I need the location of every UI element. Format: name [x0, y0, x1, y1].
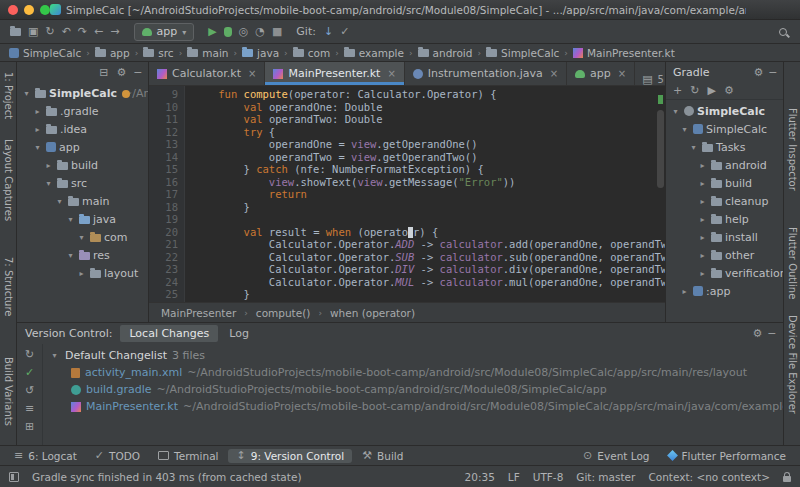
context-widget[interactable]: Context: <no context>: [648, 471, 770, 483]
editor-breadcrumb-when-operator[interactable]: when (operator): [330, 307, 415, 319]
tree-item-com[interactable]: ▾com: [17, 228, 148, 246]
code-line[interactable]: operandTwo = view.getOperandTwo(): [193, 151, 665, 164]
code-line[interactable]: return: [193, 188, 665, 201]
chevron-down-icon[interactable]: ▾: [688, 143, 699, 152]
code-line[interactable]: }: [193, 288, 665, 301]
code-area[interactable]: fun compute(operator: Calculator.Operato…: [185, 86, 665, 302]
tab-list-icon[interactable]: ▤: [642, 74, 652, 85]
rollback-icon[interactable]: ↺: [25, 385, 34, 396]
vcs-file-row-activity-main-xml[interactable]: activity_main.xml~/AndroidStudioProjects…: [49, 364, 783, 381]
collapse-all-icon[interactable]: ⊟: [99, 67, 108, 78]
chevron-down-icon[interactable]: ▾: [65, 215, 76, 224]
stop-icon[interactable]: ■: [272, 26, 282, 37]
tree-item-cleanup[interactable]: ▸cleanup: [666, 192, 783, 210]
caret-position-widget[interactable]: 20:35: [465, 471, 495, 483]
tree-item-java[interactable]: ▾java: [17, 210, 148, 228]
tree-item-app[interactable]: ▸:app: [666, 282, 783, 300]
tool-window-button-todo[interactable]: ✓TODO: [87, 449, 148, 463]
chevron-down-icon[interactable]: [49, 351, 60, 360]
vcs-commit-icon[interactable]: ✓: [25, 367, 34, 378]
redo-icon[interactable]: ↷: [78, 26, 87, 37]
close-icon[interactable]: ×: [248, 68, 256, 79]
chevron-down-icon[interactable]: ▾: [679, 125, 690, 134]
hide-icon[interactable]: ─: [768, 328, 775, 339]
minimize-window-button[interactable]: [24, 5, 34, 15]
tree-item-src[interactable]: ▾src: [17, 174, 148, 192]
tree-item-gradle[interactable]: ▸.gradle: [17, 102, 148, 120]
breadcrumb-item-android[interactable]: android: [417, 47, 474, 59]
back-icon[interactable]: ←: [94, 26, 103, 37]
editor-tab-mainpresenter-kt[interactable]: MainPresenter.kt×: [265, 62, 404, 85]
editor[interactable]: 910111213141516171819202122232425 fun co…: [149, 86, 665, 302]
editor-tab-calculator-kt[interactable]: Calculator.kt×: [149, 62, 265, 85]
tree-item-android[interactable]: ▸android: [666, 156, 783, 174]
close-icon[interactable]: ×: [387, 68, 395, 79]
vcs-file-row-mainpresenter-kt[interactable]: MainPresenter.kt~/AndroidStudioProjects/…: [49, 398, 783, 415]
editor-tab-app[interactable]: app×: [567, 62, 635, 85]
editor-gutter[interactable]: 910111213141516171819202122232425: [149, 86, 185, 302]
tree-item-tasks[interactable]: ▾Tasks: [666, 138, 783, 156]
tool-window-button-flutter-performance[interactable]: Flutter Performance: [660, 449, 795, 463]
breadcrumb-item-app[interactable]: app: [94, 47, 131, 59]
tool-window-button-layout-captures[interactable]: Layout Captures: [3, 139, 14, 221]
tool-window-button-1-project[interactable]: 1: Project: [3, 72, 14, 119]
chevron-right-icon[interactable]: ▸: [697, 269, 708, 278]
tree-item-idea[interactable]: ▸.idea: [17, 120, 148, 138]
changelist-row[interactable]: Default Changelist 3 files: [49, 347, 783, 364]
code-line[interactable]: view.showText(view.getMessage("Error")): [193, 176, 665, 189]
tree-item-help[interactable]: ▸help: [666, 210, 783, 228]
chevron-down-icon[interactable]: ▾: [54, 197, 65, 206]
code-line[interactable]: Calculator.Operator.MUL -> calculator.mu…: [193, 276, 665, 289]
chevron-right-icon[interactable]: ▸: [697, 179, 708, 188]
code-line[interactable]: Calculator.Operator.SUB -> calculator.su…: [193, 251, 665, 264]
chevron-down-icon[interactable]: ▾: [43, 179, 54, 188]
tree-item-res[interactable]: ▾res: [17, 246, 148, 264]
vcs-tab-log[interactable]: Log: [220, 325, 258, 342]
run-icon[interactable]: ▶: [208, 26, 216, 37]
tree-item-layout[interactable]: ▸layout: [17, 264, 148, 282]
breadcrumb-item-src[interactable]: src: [142, 47, 174, 59]
sync-icon[interactable]: ↻: [45, 26, 54, 37]
lock-icon[interactable]: [783, 476, 791, 482]
breadcrumb-item-main[interactable]: main: [186, 47, 229, 59]
chevron-right-icon[interactable]: ▸: [32, 107, 43, 116]
code-line[interactable]: try {: [193, 126, 665, 139]
tree-item-build[interactable]: ▸build: [17, 156, 148, 174]
code-line[interactable]: fun compute(operator: Calculator.Operato…: [193, 88, 665, 101]
settings-icon[interactable]: ⚙: [754, 67, 764, 78]
chevron-down-icon[interactable]: ▾: [670, 107, 681, 116]
code-line[interactable]: }: [193, 201, 665, 214]
editor-breadcrumb-mainpresenter[interactable]: MainPresenter: [161, 307, 236, 319]
open-icon[interactable]: [10, 28, 21, 36]
chevron-down-icon[interactable]: ▾: [21, 89, 32, 98]
code-line[interactable]: Calculator.Operator.ADD -> calculator.ad…: [193, 238, 665, 251]
tool-window-button-build-variants[interactable]: Build Variants: [3, 357, 14, 426]
tool-window-button-build[interactable]: ⚒Build: [354, 449, 411, 463]
coverage-icon[interactable]: ◎: [239, 26, 249, 37]
tool-window-button-event-log[interactable]: ⊙Event Log: [575, 449, 657, 463]
chevron-right-icon[interactable]: ▸: [32, 125, 43, 134]
expand-all-icon[interactable]: ⊞: [25, 421, 34, 432]
breadcrumb-item-com[interactable]: com: [292, 47, 331, 59]
settings-icon[interactable]: ⚙: [117, 67, 127, 78]
vcs-tab-local-changes[interactable]: Local Changes: [120, 325, 218, 342]
line-separator-widget[interactable]: LF: [508, 471, 520, 483]
tool-window-button-flutter-outline[interactable]: Flutter Outline: [787, 227, 798, 299]
commit-icon[interactable]: ✓: [340, 26, 349, 37]
tree-item-other[interactable]: ▸other: [666, 246, 783, 264]
editor-scrollbar[interactable]: [657, 110, 664, 188]
tool-window-button-7-structure[interactable]: 7: Structure: [3, 257, 14, 316]
code-line[interactable]: val operandOne: Double: [193, 101, 665, 114]
code-line[interactable]: operandOne = view.getOperandOne(): [193, 138, 665, 151]
close-icon[interactable]: ×: [550, 68, 558, 79]
tool-window-button-terminal[interactable]: Terminal: [150, 449, 226, 463]
diff-icon[interactable]: ≡: [25, 403, 34, 414]
chevron-right-icon[interactable]: ▸: [43, 161, 54, 170]
update-project-icon[interactable]: ↓: [324, 26, 333, 37]
profiler-icon[interactable]: ◔: [255, 26, 265, 37]
git-branch-widget[interactable]: Git: master: [576, 471, 635, 483]
tree-item-main[interactable]: ▾main: [17, 192, 148, 210]
tree-item-verification[interactable]: ▸verification: [666, 264, 783, 282]
hide-icon[interactable]: ─: [769, 67, 776, 78]
chevron-right-icon[interactable]: ▸: [697, 233, 708, 242]
